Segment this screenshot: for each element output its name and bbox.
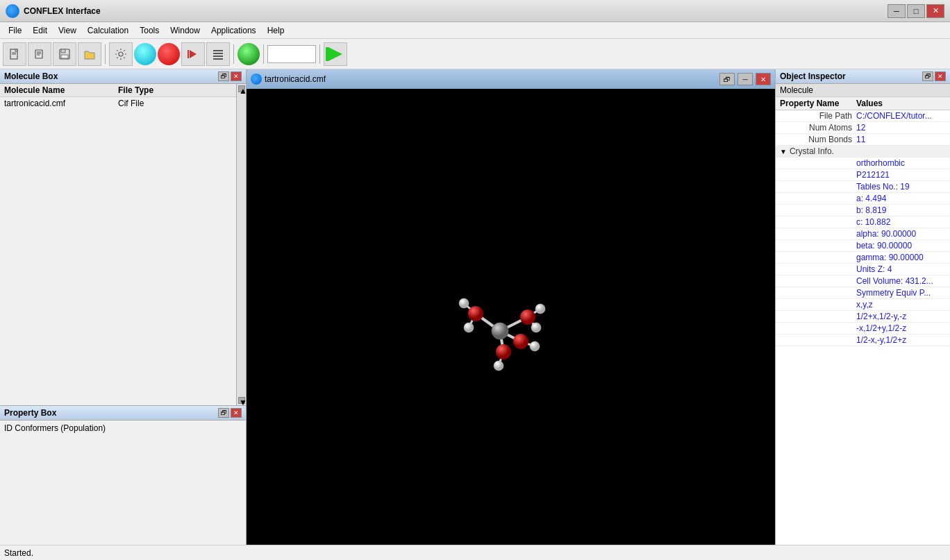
toggle-arrow-icon: ▼ <box>780 148 787 155</box>
toolbar-list-button[interactable] <box>206 42 230 66</box>
value-filepath: C:/CONFLEX/tutor... <box>856 111 946 121</box>
property-box-close-button[interactable]: ✕ <box>231 408 242 418</box>
list-item[interactable]: beta: 90.00000 <box>776 240 950 252</box>
title-bar-controls: ─ □ ✕ <box>888 4 944 18</box>
maximize-button[interactable]: □ <box>907 4 925 18</box>
object-inspector-column-header: Property Name Values <box>776 97 950 110</box>
viewport-title-bar: tartronicacid.cmf 🗗 ─ ✕ <box>247 69 775 89</box>
svg-rect-9 <box>61 55 68 58</box>
list-item[interactable]: c: 10.882 <box>776 217 950 228</box>
property-box-header-buttons: 🗗 ✕ <box>218 408 242 418</box>
toolbar-edit-button[interactable] <box>28 42 51 66</box>
value-numatoms: 12 <box>856 123 946 133</box>
list-item[interactable]: -x,1/2+y,1/2-z <box>776 323 950 334</box>
svg-point-35 <box>464 323 474 332</box>
molecule-box-restore-button[interactable]: 🗗 <box>218 71 229 81</box>
toolbar-run-button[interactable] <box>324 42 347 66</box>
toolbar-arrow-button[interactable] <box>181 42 205 66</box>
mol-col-type: File Type <box>118 85 232 95</box>
toolbar-open-button[interactable] <box>78 42 101 66</box>
toolbar-settings-button[interactable] <box>109 42 133 66</box>
property-numbonds: Num Bonds <box>780 135 856 144</box>
table-row[interactable]: tartronicacid.cmf Cif File <box>0 97 236 110</box>
toolbar-stop-button[interactable] <box>158 43 180 65</box>
toolbar-atom-button[interactable] <box>238 43 260 65</box>
molecule-box-scrollbar[interactable]: ▲ ▼ <box>236 84 246 405</box>
object-inspector-close-button[interactable]: ✕ <box>935 71 946 81</box>
crystal-info-toggle[interactable]: ▼ Crystal Info. <box>776 146 950 158</box>
crystal-val-5: c: 10.882 <box>856 217 946 227</box>
svg-point-32 <box>496 344 511 359</box>
crystal-val-9: Units Z: 4 <box>856 264 946 274</box>
left-panel: Molecule Box 🗗 ✕ Molecule Name File Type… <box>0 69 247 545</box>
list-item[interactable]: Units Z: 4 <box>776 264 950 275</box>
toolbar-new-button[interactable] <box>3 42 26 66</box>
menu-tools[interactable]: Tools <box>134 24 165 37</box>
list-item[interactable]: b: 8.819 <box>776 205 950 217</box>
svg-rect-3 <box>35 50 42 58</box>
list-item[interactable]: File Path C:/CONFLEX/tutor... <box>776 110 950 122</box>
object-inspector-header: Object Inspector 🗗 ✕ <box>776 69 950 84</box>
list-item[interactable]: x,y,z <box>776 299 950 311</box>
list-item[interactable]: 1/2-x,-y,1/2+z <box>776 334 950 346</box>
molecule-box-header: Molecule Box 🗗 ✕ <box>0 69 246 84</box>
crystal-val-13: 1/2+x,1/2-y,-z <box>856 312 946 321</box>
svg-point-37 <box>531 323 541 332</box>
list-item[interactable]: P212121 <box>776 169 950 181</box>
menu-window[interactable]: Window <box>165 24 206 37</box>
toolbar-separator-1 <box>105 44 106 64</box>
mol-row-name: tartronicacid.cmf <box>4 99 118 108</box>
molecule-box-header-buttons: 🗗 ✕ <box>218 71 242 81</box>
menu-help[interactable]: Help <box>262 24 290 37</box>
property-box-restore-button[interactable]: 🗗 <box>218 408 229 418</box>
close-button[interactable]: ✕ <box>926 4 944 18</box>
title-bar: CONFLEX Interface ─ □ ✕ <box>0 0 950 22</box>
viewport-restore-button[interactable]: 🗗 <box>719 73 735 85</box>
menu-view[interactable]: View <box>53 24 82 37</box>
list-item[interactable]: Num Atoms 12 <box>776 122 950 134</box>
viewport-close-button[interactable]: ✕ <box>756 73 771 85</box>
list-item[interactable]: Cell Volume: 431.2... <box>776 275 950 287</box>
col-values: Values <box>856 99 946 108</box>
value-numbonds: 11 <box>856 135 946 144</box>
list-item[interactable]: Tables No.: 19 <box>776 181 950 193</box>
menu-edit[interactable]: Edit <box>27 24 53 37</box>
toolbar-hydrogen-button[interactable] <box>134 43 156 65</box>
property-numatoms: Num Atoms <box>780 123 856 133</box>
menu-file[interactable]: File <box>3 24 27 37</box>
list-item[interactable]: 1/2+x,1/2-y,-z <box>776 311 950 323</box>
crystal-val-0: orthorhombic <box>856 158 946 168</box>
list-item[interactable]: Num Bonds 11 <box>776 134 950 146</box>
list-item[interactable]: gamma: 90.00000 <box>776 252 950 264</box>
property-box-content: ID Conformers (Population) <box>0 421 246 436</box>
object-inspector-table: File Path C:/CONFLEX/tutor... Num Atoms … <box>776 110 950 545</box>
viewport-canvas[interactable] <box>247 89 775 545</box>
property-box: Property Box 🗗 ✕ ID Conformers (Populati… <box>0 406 246 545</box>
property-box-header: Property Box 🗗 ✕ <box>0 406 246 421</box>
minimize-button[interactable]: ─ <box>888 4 906 18</box>
toolbar <box>0 39 950 69</box>
viewport-minimize-button[interactable]: ─ <box>738 73 753 85</box>
svg-rect-12 <box>213 50 223 51</box>
menu-calculation[interactable]: Calculation <box>82 24 134 37</box>
list-item[interactable]: alpha: 90.00000 <box>776 228 950 240</box>
status-text: Started. <box>4 548 33 558</box>
object-inspector-restore-button[interactable]: 🗗 <box>922 71 933 81</box>
crystal-val-14: -x,1/2+y,1/2-z <box>856 323 946 333</box>
crystal-info-label: Crystal Info. <box>790 146 834 156</box>
list-item[interactable]: a: 4.494 <box>776 193 950 205</box>
toolbar-save-button[interactable] <box>53 42 76 66</box>
list-item[interactable]: orthorhombic <box>776 158 950 169</box>
menu-applications[interactable]: Applications <box>206 24 262 37</box>
toolbar-separator-2 <box>233 44 234 64</box>
viewport-title: tartronicacid.cmf <box>265 74 717 84</box>
toolbar-search-input[interactable] <box>267 45 316 63</box>
svg-point-33 <box>513 334 528 349</box>
list-item[interactable]: Symmetry Equiv P... <box>776 287 950 299</box>
toolbar-separator-4 <box>319 44 320 64</box>
crystal-val-12: x,y,z <box>856 300 946 309</box>
molecule-table: Molecule Name File Type tartronicacid.cm… <box>0 84 236 405</box>
crystal-val-10: Cell Volume: 431.2... <box>856 276 946 286</box>
svg-point-34 <box>459 298 469 308</box>
molecule-box-close-button[interactable]: ✕ <box>231 71 242 81</box>
